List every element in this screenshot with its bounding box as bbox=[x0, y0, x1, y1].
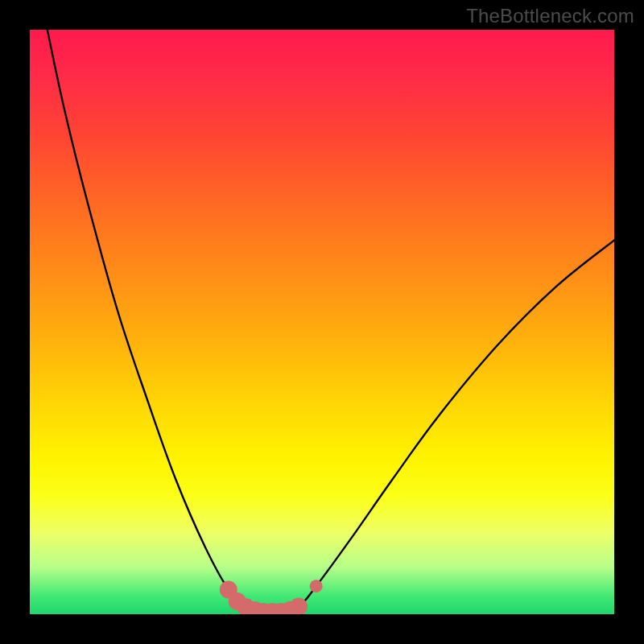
watermark-text: TheBottleneck.com bbox=[466, 5, 634, 27]
chart-svg bbox=[30, 30, 614, 614]
curve-line bbox=[47, 30, 614, 613]
highlight-dot bbox=[310, 580, 323, 592]
bottleneck-curve bbox=[47, 30, 614, 613]
plot-area bbox=[30, 30, 614, 614]
chart-frame: TheBottleneck.com bbox=[0, 0, 644, 644]
